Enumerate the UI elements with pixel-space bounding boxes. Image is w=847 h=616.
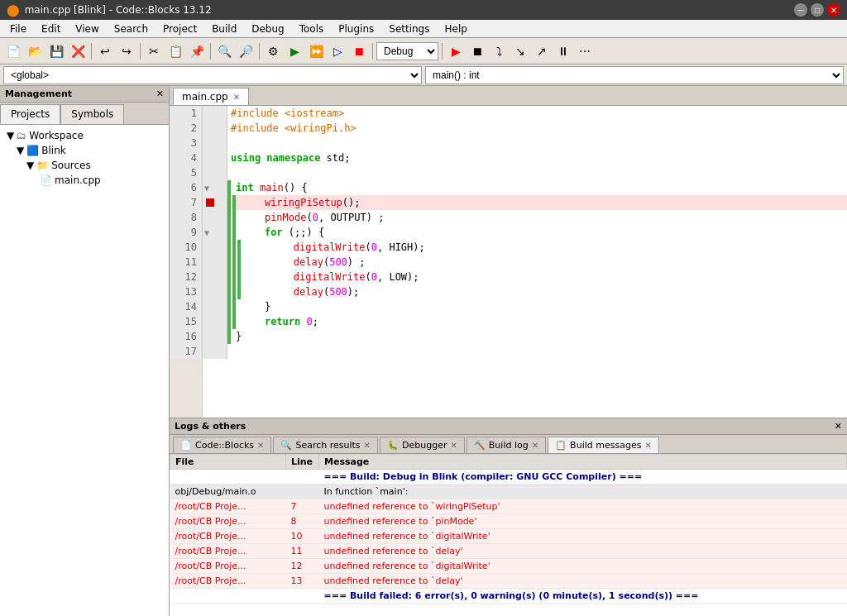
ln-2: 2: [170, 121, 202, 136]
menubar: File Edit View Search Project Build Debu…: [0, 20, 847, 38]
menu-build[interactable]: Build: [205, 21, 243, 36]
copy-button[interactable]: 📋: [165, 41, 185, 61]
ln-15: 15: [170, 314, 202, 329]
replace-button[interactable]: 🔎: [236, 41, 256, 61]
maximize-button[interactable]: □: [811, 3, 824, 17]
tree-blink[interactable]: ▼ 🟦 Blink: [0, 143, 169, 158]
buildmsg-tab-close[interactable]: ✕: [644, 441, 651, 450]
menu-view[interactable]: View: [69, 21, 105, 36]
left-panel: Management ✕ Projects Symbols ▼ 🗂 Worksp…: [0, 86, 170, 616]
panel-tabs: Projects Symbols: [0, 103, 169, 125]
codeblocks-tab-close[interactable]: ✕: [257, 441, 264, 450]
code-lines[interactable]: #include <iostream> #include <wiringPi.h…: [227, 106, 847, 359]
close-button[interactable]: ✕: [827, 3, 840, 17]
scope-function-select[interactable]: main() : int: [425, 66, 844, 84]
save-button[interactable]: 💾: [46, 41, 66, 61]
logs-close-icon[interactable]: ✕: [835, 421, 842, 432]
debug-next[interactable]: ⤵: [489, 41, 509, 61]
log-tab-codeblocks[interactable]: 📄 Code::Blocks ✕: [173, 437, 271, 453]
project-tree: ▼ 🗂 Workspace ▼ 🟦 Blink ▼ 📁 Sources: [0, 125, 169, 616]
debug-stop[interactable]: ⏹: [467, 41, 487, 61]
editor-tab-maincpp[interactable]: main.cpp ✕: [173, 88, 249, 105]
menu-settings[interactable]: Settings: [382, 21, 436, 36]
search-tab-icon: 🔍: [280, 440, 292, 451]
debugger-tab-close[interactable]: ✕: [450, 441, 457, 450]
new-button[interactable]: 📄: [3, 41, 23, 61]
log-cell-file: [170, 470, 286, 485]
line-numbers: 1 2 3 4 5 6 7 8 9 10 11 12 13 14 15 16 1…: [170, 106, 203, 418]
logs-title: Logs & others: [175, 421, 246, 432]
titlebar: ⬤ main.cpp [Blink] - Code::Blocks 13.12 …: [0, 0, 847, 20]
code-line-11: delay(500) ;: [227, 255, 847, 270]
paste-button[interactable]: 📌: [187, 41, 207, 61]
editor-tab-close-icon[interactable]: ✕: [233, 93, 240, 102]
tab-projects[interactable]: Projects: [0, 104, 60, 124]
menu-edit[interactable]: Edit: [35, 21, 67, 36]
log-cell-line: 10: [286, 529, 319, 544]
stop-button[interactable]: ⏹: [349, 41, 369, 61]
close-file-button[interactable]: ❌: [68, 41, 88, 61]
debug-continue[interactable]: ▶: [446, 41, 466, 61]
tree-workspace[interactable]: ▼ 🗂 Workspace: [0, 128, 169, 143]
build-config-select[interactable]: Debug Release: [376, 42, 438, 60]
log-cell-message: === Build: Debug in Blink (compiler: GNU…: [319, 470, 847, 485]
debug-step[interactable]: ↘: [510, 41, 530, 61]
sep5: [372, 43, 373, 60]
log-cell-file: obj/Debug/main.o: [170, 485, 286, 499]
gutter-7[interactable]: [203, 195, 227, 210]
window-title: main.cpp [Blink] - Code::Blocks 13.12: [25, 4, 212, 16]
menu-project[interactable]: Project: [156, 21, 203, 36]
code-line-9: for (;;) {: [227, 225, 847, 240]
code-editor[interactable]: 1 2 3 4 5 6 7 8 9 10 11 12 13 14 15 16 1…: [170, 106, 847, 418]
undo-button[interactable]: ↩: [95, 41, 115, 61]
debug-more[interactable]: ⋯: [575, 41, 595, 61]
debug-run-button[interactable]: ▷: [328, 41, 347, 61]
log-tab-buildlog[interactable]: 🔨 Build log ✕: [467, 437, 546, 453]
settings-button[interactable]: ⚙: [263, 41, 283, 61]
buildlog-tab-close[interactable]: ✕: [532, 441, 538, 450]
log-cell-message: undefined reference to `delay': [319, 544, 847, 559]
debugger-tab-icon: 🐛: [387, 440, 399, 451]
menu-help[interactable]: Help: [438, 21, 473, 36]
code-line-1: #include <iostream>: [227, 106, 847, 121]
debug-break[interactable]: ⏸: [553, 41, 573, 61]
search-tab-close[interactable]: ✕: [364, 441, 371, 450]
scopebar: <global> main() : int: [0, 64, 847, 86]
log-cell-file: [170, 589, 286, 604]
tab-symbols[interactable]: Symbols: [60, 104, 124, 124]
maincpp-label: main.cpp: [55, 174, 101, 186]
menu-tools[interactable]: Tools: [293, 21, 331, 36]
scope-global-select[interactable]: <global>: [3, 66, 422, 84]
codeblocks-tab-icon: 📄: [180, 440, 192, 451]
app-icon: ⬤: [7, 3, 20, 17]
redo-button[interactable]: ↪: [117, 41, 136, 61]
find-button[interactable]: 🔍: [214, 41, 234, 61]
code-line-8: pinMode(0, OUTPUT) ;: [227, 210, 847, 225]
cut-button[interactable]: ✂: [144, 41, 164, 61]
gutter-2: [203, 121, 227, 136]
log-tab-debugger[interactable]: 🐛 Debugger ✕: [380, 437, 465, 453]
code-area[interactable]: ▼ ▼ #include: [203, 106, 847, 418]
tree-maincpp[interactable]: 📄 main.cpp: [0, 173, 169, 188]
gutter: ▼ ▼: [203, 106, 227, 359]
menu-file[interactable]: File: [3, 21, 33, 36]
log-tab-buildmessages[interactable]: 📋 Build messages ✕: [548, 437, 659, 453]
ln-6: 6: [170, 180, 202, 195]
menu-search[interactable]: Search: [108, 21, 155, 36]
build-run-button[interactable]: ⏩: [306, 41, 326, 61]
debug-out[interactable]: ↗: [532, 41, 552, 61]
log-row: /root/CB Proje...7undefined reference to…: [170, 499, 847, 514]
management-close-icon[interactable]: ✕: [156, 88, 164, 99]
code-line-4: using namespace std;: [227, 150, 847, 165]
run-button[interactable]: ▶: [285, 41, 304, 61]
menu-debug[interactable]: Debug: [245, 21, 290, 36]
minimize-button[interactable]: ─: [794, 3, 807, 17]
tree-sources[interactable]: ▼ 📁 Sources: [0, 158, 169, 173]
log-cell-file: /root/CB Proje...: [170, 514, 286, 529]
gutter-14: [203, 299, 227, 314]
sep1: [91, 43, 92, 60]
menu-plugins[interactable]: Plugins: [332, 21, 380, 36]
col-message: Message: [319, 455, 847, 470]
log-tab-searchresults[interactable]: 🔍 Search results ✕: [273, 437, 378, 453]
open-button[interactable]: 📂: [25, 41, 45, 61]
